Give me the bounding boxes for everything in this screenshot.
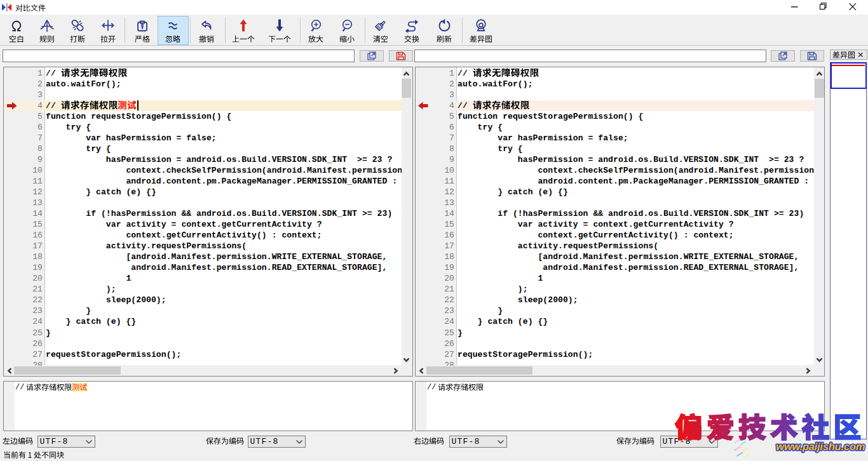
svg-text:www.paijishu.com: www.paijishu.com (776, 441, 865, 452)
